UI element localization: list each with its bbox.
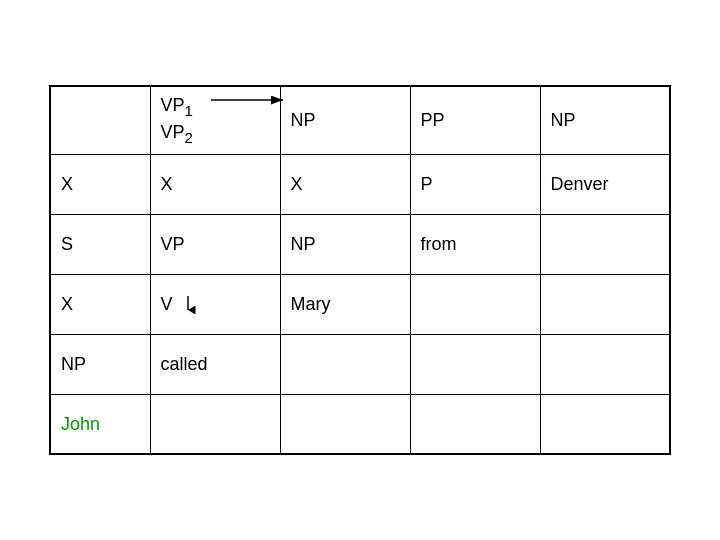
cell-r3c3 — [410, 274, 540, 334]
cell-r0c0 — [50, 86, 150, 155]
cell-r2c2: NP — [280, 214, 410, 274]
cell-r5c3 — [410, 394, 540, 454]
vp-arrow — [211, 95, 291, 125]
cell-r4c3 — [410, 334, 540, 394]
cell-r1c3: P — [410, 154, 540, 214]
table-row: S VP NP from — [50, 214, 670, 274]
cell-r1c2: X — [280, 154, 410, 214]
table-row: VP1 VP2 NP PP NP — [50, 86, 670, 155]
cell-r1c4: Denver — [540, 154, 670, 214]
cell-r3c1: V — [150, 274, 280, 334]
cell-r5c0: John — [50, 394, 150, 454]
cell-r2c3: from — [410, 214, 540, 274]
cell-r3c2: Mary — [280, 274, 410, 334]
cell-r3c0: X — [50, 274, 150, 334]
cell-vp12: VP1 VP2 — [150, 86, 280, 155]
table-row: NP called — [50, 334, 670, 394]
cell-r5c4 — [540, 394, 670, 454]
vp1-label: VP1 — [161, 93, 193, 121]
vp2-subscript: 2 — [185, 129, 193, 146]
parse-table: VP1 VP2 NP PP NP — [49, 85, 671, 456]
cell-r3c4 — [540, 274, 670, 334]
cell-r1c0: X — [50, 154, 150, 214]
cell-r2c1: VP — [150, 214, 280, 274]
vp2-label: VP2 — [161, 120, 193, 148]
cell-r5c1 — [150, 394, 280, 454]
cell-r1c1: X — [150, 154, 280, 214]
cell-r2c4 — [540, 214, 670, 274]
table-row: John — [50, 394, 670, 454]
cell-r4c0: NP — [50, 334, 150, 394]
cell-r2c0: S — [50, 214, 150, 274]
cell-r5c2 — [280, 394, 410, 454]
cell-r0c4: NP — [540, 86, 670, 155]
cell-r4c1: called — [150, 334, 280, 394]
cell-r4c4 — [540, 334, 670, 394]
table-row: X X X P Denver — [50, 154, 670, 214]
cell-r0c3: PP — [410, 86, 540, 155]
vp1-subscript: 1 — [185, 101, 193, 118]
v-tick-arrow — [180, 296, 196, 314]
cell-r4c2 — [280, 334, 410, 394]
cell-r0c2: NP — [280, 86, 410, 155]
table-row: X V Mary — [50, 274, 670, 334]
